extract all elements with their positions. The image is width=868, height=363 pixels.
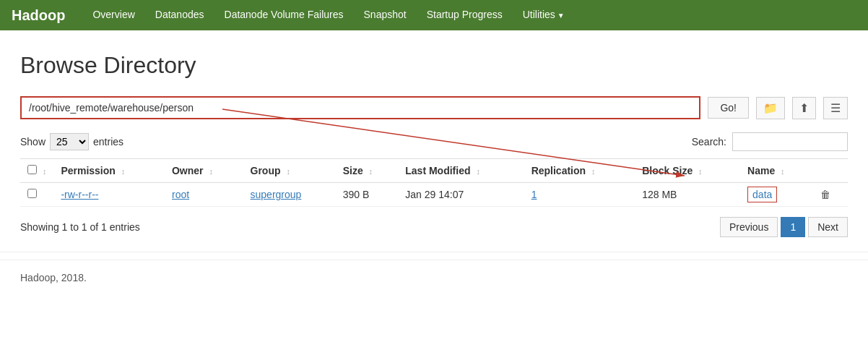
search-right: Search:	[692, 132, 848, 151]
navbar: Hadoop Overview Datanodes Datanode Volum…	[0, 0, 868, 30]
name-link[interactable]: data	[747, 187, 777, 202]
header-last-modified-label: Last Modified	[405, 165, 470, 176]
sort-arrows-permission[interactable]: ↕	[121, 167, 126, 176]
folder-icon-button[interactable]: 📁	[756, 97, 785, 119]
upload-icon: ⬆	[799, 102, 809, 114]
nav-item-startup-progress[interactable]: Startup Progress	[417, 0, 513, 31]
cell-group: supergroup	[243, 183, 336, 207]
select-all-checkbox[interactable]	[27, 165, 37, 174]
main-content: Browse Directory Go! 📁 ⬆ ☰ Show	[0, 30, 868, 252]
header-size-label: Size	[343, 165, 363, 176]
permission-link[interactable]: -rw-r--r--	[61, 189, 98, 200]
search-input[interactable]	[732, 132, 848, 151]
nav-item-snapshot[interactable]: Snapshot	[354, 0, 417, 31]
footer-text: Hadoop, 2018.	[20, 272, 87, 283]
page-1-button[interactable]: 1	[781, 217, 805, 237]
path-input[interactable]	[20, 96, 700, 119]
header-name[interactable]: Name ↕	[740, 159, 813, 183]
sort-arrows-0[interactable]: ↕	[43, 167, 47, 176]
nav-link-datanode-volume-failures[interactable]: Datanode Volume Failures	[214, 0, 354, 30]
header-owner-label: Owner	[172, 165, 204, 176]
cell-size: 390 B	[336, 183, 399, 207]
nav-item-overview[interactable]: Overview	[82, 0, 144, 31]
table-body: -rw-r--r-- root supergroup 390 B Jan 29 …	[20, 183, 848, 207]
sort-arrows-size[interactable]: ↕	[369, 167, 373, 176]
navbar-brand[interactable]: Hadoop	[12, 7, 65, 24]
entries-per-page-select[interactable]: 10 25 50 100	[50, 133, 89, 150]
show-label: Show	[20, 136, 45, 148]
header-actions	[813, 159, 848, 183]
header-owner[interactable]: Owner ↕	[165, 159, 243, 183]
showing-text: Showing 1 to 1 of 1 entries	[20, 221, 140, 233]
entries-label: entries	[93, 136, 123, 148]
nav-link-datanodes[interactable]: Datanodes	[145, 0, 214, 30]
nav-item-datanodes[interactable]: Datanodes	[145, 0, 214, 31]
sort-arrows-name[interactable]: ↕	[781, 167, 785, 176]
owner-link[interactable]: root	[172, 189, 189, 200]
sort-arrows-owner[interactable]: ↕	[209, 167, 213, 176]
previous-button[interactable]: Previous	[720, 217, 778, 237]
pagination-row: Showing 1 to 1 of 1 entries Previous 1 N…	[20, 217, 848, 237]
data-table: ↕ Permission ↕ Owner ↕ Group ↕ Size ↕	[20, 158, 848, 207]
list-icon-button[interactable]: ☰	[823, 97, 848, 119]
nav-link-snapshot[interactable]: Snapshot	[354, 0, 417, 30]
pagination-controls: Previous 1 Next	[720, 217, 848, 237]
nav-item-datanode-volume-failures[interactable]: Datanode Volume Failures	[214, 0, 354, 31]
cell-delete: 🗑	[813, 183, 848, 207]
cell-name: data	[740, 183, 813, 207]
header-group-label: Group	[251, 165, 281, 176]
delete-icon[interactable]: 🗑	[820, 189, 830, 200]
footer-divider	[0, 252, 868, 252]
footer: Hadoop, 2018.	[0, 260, 868, 295]
cell-block-size: 128 MB	[635, 183, 740, 207]
table-row: -rw-r--r-- root supergroup 390 B Jan 29 …	[20, 183, 848, 207]
header-replication-label: Replication	[531, 165, 586, 176]
header-last-modified[interactable]: Last Modified ↕	[398, 159, 524, 183]
table-header: ↕ Permission ↕ Owner ↕ Group ↕ Size ↕	[20, 159, 848, 183]
row-checkbox[interactable]	[27, 189, 37, 198]
cell-owner: root	[165, 183, 243, 207]
nav-link-startup-progress[interactable]: Startup Progress	[417, 0, 513, 30]
folder-icon: 📁	[763, 102, 778, 114]
search-label: Search:	[692, 136, 726, 148]
header-permission-label: Permission	[61, 165, 115, 176]
go-button[interactable]: Go!	[708, 97, 749, 119]
nav-item-utilities[interactable]: Utilities	[513, 0, 575, 31]
header-group[interactable]: Group ↕	[243, 159, 336, 183]
cell-replication: 1	[524, 183, 635, 207]
path-bar: Go! 📁 ⬆ ☰	[20, 96, 848, 119]
header-name-label: Name	[747, 165, 775, 176]
sort-arrows-replication[interactable]: ↕	[591, 167, 596, 176]
nav-link-utilities[interactable]: Utilities	[513, 0, 575, 31]
header-block-size-label: Block Size	[642, 165, 693, 176]
replication-link[interactable]: 1	[531, 189, 537, 200]
navbar-nav: Overview Datanodes Datanode Volume Failu…	[82, 0, 574, 31]
header-replication[interactable]: Replication ↕	[524, 159, 635, 183]
header-block-size[interactable]: Block Size ↕	[635, 159, 740, 183]
show-entries-row: Show 10 25 50 100 entries Search:	[20, 132, 848, 151]
cell-last-modified: Jan 29 14:07	[398, 183, 524, 207]
sort-arrows-block-size[interactable]: ↕	[698, 167, 703, 176]
sort-arrows-last-modified[interactable]: ↕	[476, 167, 480, 176]
header-checkbox-cell: ↕	[20, 159, 53, 183]
header-size[interactable]: Size ↕	[336, 159, 399, 183]
row-checkbox-cell	[20, 183, 53, 207]
sort-arrows-group[interactable]: ↕	[286, 167, 290, 176]
show-entries-left: Show 10 25 50 100 entries	[20, 133, 123, 150]
header-permission[interactable]: Permission ↕	[53, 159, 165, 183]
next-button[interactable]: Next	[808, 217, 848, 237]
group-link[interactable]: supergroup	[251, 189, 302, 200]
page-title: Browse Directory	[20, 52, 848, 79]
list-icon: ☰	[830, 102, 841, 114]
cell-permission: -rw-r--r--	[53, 183, 165, 207]
upload-icon-button[interactable]: ⬆	[792, 97, 816, 119]
nav-link-overview[interactable]: Overview	[82, 0, 144, 30]
